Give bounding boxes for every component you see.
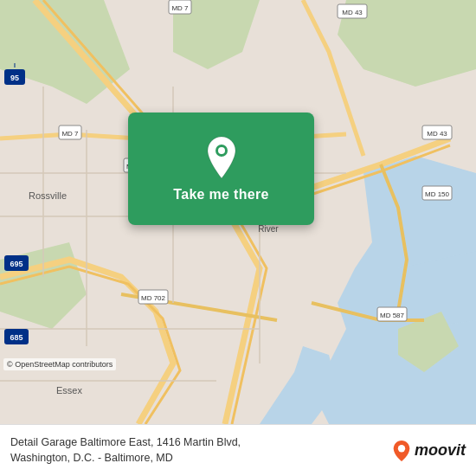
moovit-pin-icon (392, 440, 411, 462)
destination-info: Detail Garage Baltimore East, 1416 Marti… (10, 435, 392, 466)
svg-text:685: 685 (10, 333, 23, 342)
svg-text:I: I (14, 62, 16, 68)
svg-point-37 (218, 147, 225, 154)
svg-text:95: 95 (10, 74, 19, 82)
bottom-bar: Detail Garage Baltimore East, 1416 Marti… (0, 424, 476, 476)
destination-line2: Washington, D.C. - Baltimore, MD (10, 452, 173, 464)
location-pin-icon (203, 135, 241, 180)
take-me-there-card[interactable]: Take me there (128, 113, 314, 225)
svg-text:MD 43: MD 43 (427, 130, 447, 138)
destination-line1: Detail Garage Baltimore East, 1416 Marti… (10, 436, 241, 448)
svg-text:MD 7: MD 7 (171, 4, 189, 12)
destination-text: Detail Garage Baltimore East, 1416 Marti… (10, 435, 392, 466)
svg-text:Rossville: Rossville (29, 190, 67, 201)
moovit-wordmark: moovit (415, 441, 466, 460)
svg-text:MD 150: MD 150 (425, 190, 450, 198)
svg-text:Essex: Essex (56, 385, 82, 396)
moovit-logo: moovit (392, 440, 466, 462)
attribution-text: © OpenStreetMap contributors (7, 360, 113, 369)
svg-text:MD 702: MD 702 (141, 294, 166, 302)
svg-text:MD 43: MD 43 (342, 9, 363, 16)
svg-text:MD 7: MD 7 (61, 130, 79, 138)
take-me-there-label: Take me there (173, 187, 268, 203)
svg-text:MD 587: MD 587 (380, 312, 405, 319)
map-container: 95 I 695 685 MD 7 MD 7 MD 700 MD 702 MD … (0, 0, 476, 424)
map-attribution: © OpenStreetMap contributors (3, 358, 116, 370)
svg-text:695: 695 (10, 260, 23, 268)
svg-point-38 (398, 445, 405, 452)
svg-text:River: River (258, 224, 279, 234)
